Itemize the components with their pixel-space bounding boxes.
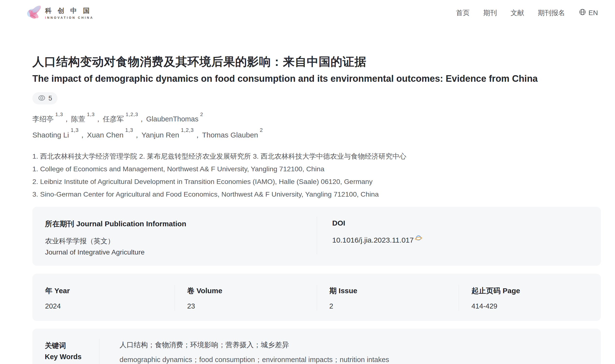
affiliation-line: 1. College of Economics and Management, … bbox=[32, 163, 601, 175]
keywords-label-en: Key Words bbox=[45, 351, 99, 362]
author-separator: ， bbox=[63, 115, 70, 123]
author-name: Xuan Chen bbox=[87, 131, 123, 139]
author-separator: ， bbox=[133, 131, 140, 139]
keywords-cn: 人口结构；食物消费；环境影响；营养摄入；城乡差异 bbox=[120, 340, 389, 350]
journal-info-left: 所在期刊 Journal Publication Information 农业科… bbox=[32, 207, 317, 266]
author-name: Yanjun Ren bbox=[141, 131, 179, 139]
logo-text-cn: 科创中国 bbox=[45, 6, 96, 15]
main-nav: 首页期刊文献期刊报名 EN bbox=[456, 8, 598, 17]
author-affiliation-sup: 1,3 bbox=[87, 111, 95, 117]
logo-text-en: INNOVATION CHINA bbox=[45, 16, 96, 19]
year-value: 2024 bbox=[45, 302, 174, 310]
nav-item[interactable]: 期刊报名 bbox=[538, 8, 565, 17]
author-name: 陈萱 bbox=[71, 115, 85, 123]
view-count-badge: 5 bbox=[32, 92, 57, 104]
doi-value[interactable]: 10.1016/j.jia.2023.11.017 bbox=[332, 236, 414, 244]
author-name: Thomas Glauben bbox=[202, 131, 258, 139]
author-affiliation-sup: 2 bbox=[260, 127, 263, 133]
logo-mark-icon bbox=[26, 3, 44, 22]
journal-info-right: DOI 10.1016/j.jia.2023.11.017 bbox=[317, 207, 601, 266]
author-affiliation-sup: 1,2,3 bbox=[181, 127, 194, 133]
publication-meta-box: 年 Year 2024 卷 Volume 23 期 Issue 2 起止页码 P… bbox=[32, 274, 601, 321]
volume-label: 卷 Volume bbox=[187, 286, 317, 296]
globe-icon bbox=[579, 8, 586, 17]
nav-item[interactable]: 文献 bbox=[510, 8, 524, 17]
nav-links: 首页期刊文献期刊报名 bbox=[456, 8, 565, 17]
meta-cell-year: 年 Year 2024 bbox=[32, 274, 174, 321]
site-logo[interactable]: 科创中国 INNOVATION CHINA bbox=[26, 3, 96, 22]
keywords-box: 关键词 Key Words 人口结构；食物消费；环境影响；营养摄入；城乡差异 d… bbox=[32, 329, 601, 364]
article-title-cn: 人口结构变动对食物消费及其环境后果的影响：来自中国的证据 bbox=[32, 54, 601, 70]
author-affiliation-sup: 1,3 bbox=[71, 127, 79, 133]
keywords-label-cn: 关键词 bbox=[45, 340, 99, 351]
keywords-label-column: 关键词 Key Words bbox=[32, 329, 99, 364]
meta-cell-issue: 期 Issue 2 bbox=[317, 274, 459, 321]
author-separator: ， bbox=[95, 115, 102, 123]
journal-info-label: 所在期刊 Journal Publication Information bbox=[45, 219, 317, 229]
author-name: 李绍亭 bbox=[32, 115, 53, 123]
view-count: 5 bbox=[48, 95, 52, 102]
affiliation-line: 2. Leibniz Institute of Agricultural Dev… bbox=[32, 175, 601, 188]
affiliation-line: 3. Sino-German Center for Agricultural a… bbox=[32, 188, 601, 200]
author-list-cn: 李绍亭1,3，陈萱1,3，任彦军1,2,3，GlaubenThomas2 bbox=[32, 114, 601, 124]
author-separator: ， bbox=[138, 115, 145, 123]
article-title-en: The impact of demographic dynamics on fo… bbox=[32, 74, 601, 84]
divider bbox=[459, 285, 459, 311]
author-separator: ， bbox=[79, 131, 86, 139]
journal-name-en[interactable]: Journal of Integrative Agriculture bbox=[45, 247, 317, 258]
author-name: GlaubenThomas bbox=[146, 115, 199, 123]
year-label: 年 Year bbox=[45, 286, 174, 296]
journal-name-cn[interactable]: 农业科学学报（英文） bbox=[45, 235, 317, 247]
nav-item[interactable]: 首页 bbox=[456, 8, 470, 17]
volume-value: 23 bbox=[187, 302, 317, 310]
author-separator: ， bbox=[194, 131, 201, 139]
affiliation-list: 1. 西北农林科技大学经济管理学院 2. 莱布尼兹转型经济农业发展研究所 3. … bbox=[32, 150, 601, 200]
author-affiliation-sup: 2 bbox=[200, 111, 203, 117]
eye-icon bbox=[38, 95, 46, 102]
page-value: 414-429 bbox=[471, 302, 601, 310]
meta-cell-page: 起止页码 Page 414-429 bbox=[459, 274, 601, 321]
issue-value: 2 bbox=[329, 302, 459, 310]
divider bbox=[317, 285, 317, 311]
journal-info-box: 所在期刊 Journal Publication Information 农业科… bbox=[32, 207, 601, 266]
language-switcher[interactable]: EN bbox=[579, 8, 598, 17]
author-list-en: Shaoting Li1,3，Xuan Chen1,3，Yanjun Ren1,… bbox=[32, 130, 601, 140]
meta-cell-volume: 卷 Volume 23 bbox=[174, 274, 317, 321]
language-label: EN bbox=[588, 9, 598, 17]
affiliation-line: 1. 西北农林科技大学经济管理学院 2. 莱布尼兹转型经济农业发展研究所 3. … bbox=[32, 150, 601, 163]
article-page: 人口结构变动对食物消费及其环境后果的影响：来自中国的证据 The impact … bbox=[32, 54, 601, 364]
keywords-value-column: 人口结构；食物消费；环境影响；营养摄入；城乡差异 demographic dyn… bbox=[99, 329, 389, 364]
author-name: Shaoting Li bbox=[32, 131, 69, 139]
page-label: 起止页码 Page bbox=[471, 286, 601, 296]
author-affiliation-sup: 1,2,3 bbox=[126, 111, 138, 117]
author-affiliation-sup: 1,3 bbox=[125, 127, 133, 133]
author-name: 任彦军 bbox=[103, 115, 124, 123]
issue-label: 期 Issue bbox=[329, 286, 459, 296]
divider bbox=[174, 285, 175, 311]
divider bbox=[317, 217, 317, 255]
nav-item[interactable]: 期刊 bbox=[483, 8, 497, 17]
author-affiliation-sup: 1,3 bbox=[55, 111, 63, 117]
keywords-en: demographic dynamics；food consumption；en… bbox=[120, 355, 389, 364]
divider bbox=[99, 339, 99, 364]
doi-link-icon[interactable] bbox=[414, 234, 423, 244]
site-header: 科创中国 INNOVATION CHINA 首页期刊文献期刊报名 EN bbox=[0, 0, 615, 24]
doi-label: DOI bbox=[332, 219, 601, 227]
